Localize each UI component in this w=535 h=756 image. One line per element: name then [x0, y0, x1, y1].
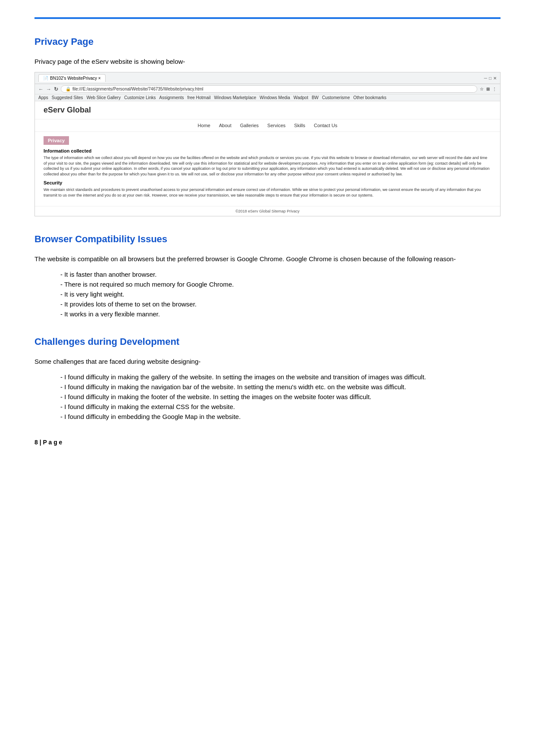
eserv-footer: ©2018 eServ Global Sitemap Privacy: [35, 206, 500, 216]
security-body: We maintain strict standards and procedu…: [44, 187, 491, 198]
privacy-heading: Privacy Page: [34, 36, 501, 47]
eserv-header: eServ Global: [35, 101, 500, 119]
list-item: It provides lots of theme to set on the …: [60, 299, 501, 309]
browser-topbar: 📄 BN102's WebsitePrivacy × ─ □ ✕: [35, 72, 500, 84]
challenges-intro: Some challenges that are faced during we…: [34, 358, 501, 365]
privacy-content: Privacy Information collected The type o…: [35, 132, 500, 206]
nav-about[interactable]: About: [219, 123, 232, 128]
page-number: 8 | P a g e: [34, 439, 501, 446]
challenges-section: Challenges during Development Some chall…: [34, 336, 501, 422]
eserv-logo: eServ Global: [44, 106, 491, 115]
list-item: There is not required so much memory for…: [60, 279, 501, 289]
eserv-nav: Home About Galleries Services Skills Con…: [35, 119, 500, 132]
list-item: I found difficulty in embedding the Goog…: [60, 412, 501, 422]
browser-compatibility-list: It is faster than another browser. There…: [34, 269, 501, 319]
bookmarks-bar: Apps Suggested Sites Web Slice Gallery C…: [35, 94, 500, 101]
list-item: I found difficulty in making the footer …: [60, 392, 501, 402]
address-bar: ← → ↻ 🔒 file:///E:/assignments/Personal/…: [35, 84, 500, 94]
list-item: It is faster than another browser.: [60, 269, 501, 279]
website-content: eServ Global Home About Galleries Servic…: [35, 101, 500, 216]
list-item: I found difficulty in making the navigat…: [60, 382, 501, 392]
menu-icon: ⋮: [492, 87, 497, 91]
star-icon: ☆: [480, 87, 484, 91]
nav-galleries[interactable]: Galleries: [240, 123, 259, 128]
browser-screenshot: 📄 BN102's WebsitePrivacy × ─ □ ✕ ← → ↻ 🔒…: [34, 72, 501, 216]
nav-services[interactable]: Services: [267, 123, 285, 128]
challenges-list: I found difficulty in making the gallery…: [34, 372, 501, 422]
window-controls: ─ □ ✕: [484, 76, 497, 81]
browser-compatibility-intro: The website is compatible on all browser…: [34, 255, 501, 262]
privacy-intro: Privacy page of the eServ website is sho…: [34, 58, 501, 65]
wadpot-bookmark[interactable]: Wadpot: [294, 95, 308, 100]
other-bookmarks[interactable]: Other bookmarks: [354, 95, 387, 100]
hotmail-bookmark[interactable]: free Hotmail: [188, 95, 211, 100]
address-text: file:///E:/assignments/Personal/Website/…: [72, 87, 203, 91]
list-item: It is very light weight.: [60, 289, 501, 299]
assignments-bookmark[interactable]: Assignments: [159, 95, 184, 100]
privacy-section: Privacy Page Privacy page of the eServ w…: [34, 36, 501, 216]
tab-title: BN102's WebsitePrivacy ×: [50, 76, 101, 81]
customize-links-bookmark[interactable]: Customize Links: [124, 95, 156, 100]
challenges-heading: Challenges during Development: [34, 336, 501, 347]
browser-tab[interactable]: 📄 BN102's WebsitePrivacy ×: [38, 74, 106, 82]
privacy-label: Privacy: [44, 136, 69, 145]
lock-icon: 🔒: [66, 87, 71, 91]
info-body: The type of information which we collect…: [44, 155, 491, 177]
nav-contact[interactable]: Contact Us: [314, 123, 337, 128]
forward-button[interactable]: →: [46, 86, 51, 92]
info-collected-title: Information collected: [44, 148, 491, 153]
list-item: It works in a very flexible manner.: [60, 309, 501, 319]
refresh-button[interactable]: ↻: [54, 86, 58, 92]
tab-icon: 📄: [43, 76, 48, 81]
apps-bookmark[interactable]: Apps: [38, 95, 48, 100]
minimize-icon: ─: [484, 76, 487, 81]
back-button[interactable]: ←: [38, 86, 44, 92]
list-item: I found difficulty in making the externa…: [60, 402, 501, 412]
list-item: I found difficulty in making the gallery…: [60, 372, 501, 382]
close-icon: ✕: [493, 76, 497, 81]
top-border: [34, 17, 501, 19]
windows-media-bookmark[interactable]: Windows Media: [260, 95, 290, 100]
address-input[interactable]: 🔒 file:///E:/assignments/Personal/Websit…: [61, 85, 477, 93]
nav-home[interactable]: Home: [198, 123, 210, 128]
browser-compatibility-section: Browser Compatibility Issues The website…: [34, 234, 501, 319]
maximize-icon: □: [489, 76, 491, 81]
bw-bookmark[interactable]: BW: [312, 95, 319, 100]
nav-skills[interactable]: Skills: [294, 123, 305, 128]
browser-compatibility-heading: Browser Compatibility Issues: [34, 234, 501, 245]
web-slice-bookmark[interactable]: Web Slice Gallery: [87, 95, 121, 100]
security-title: Security: [44, 180, 491, 185]
suggested-sites-bookmark[interactable]: Suggested Sites: [52, 95, 83, 100]
windows-marketplace-bookmark[interactable]: Windows Marketplace: [214, 95, 256, 100]
customerisme-bookmark[interactable]: Customerisme: [322, 95, 350, 100]
extensions-icon: ⊞: [486, 87, 490, 91]
